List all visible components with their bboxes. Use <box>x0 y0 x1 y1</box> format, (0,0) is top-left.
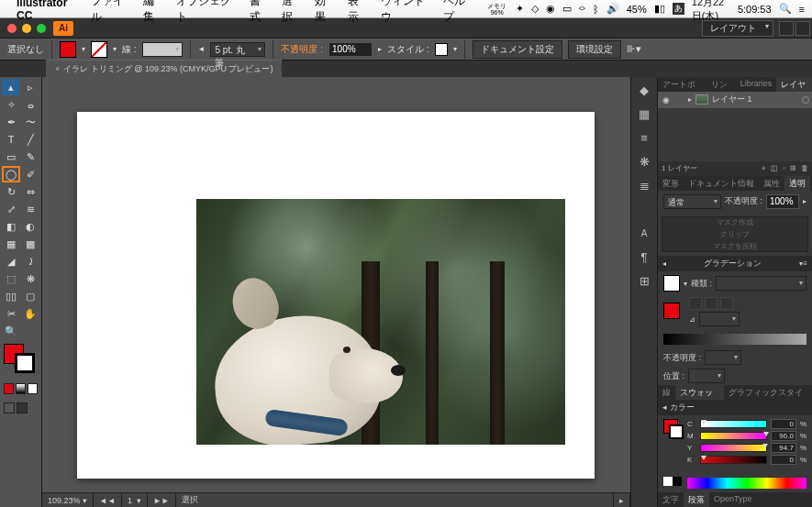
stroke-grad-across-icon[interactable] <box>720 297 733 310</box>
rectangle-tool[interactable]: ▭ <box>2 149 20 165</box>
yellow-slider[interactable] <box>700 444 767 452</box>
width-tool[interactable]: ≋ <box>21 201 39 217</box>
paintbrush-tool[interactable]: ✎ <box>21 149 39 165</box>
transparency-opacity-input[interactable] <box>766 194 799 209</box>
app-name[interactable]: Illustrator CC <box>17 0 80 22</box>
blend-tool[interactable]: ⬚ <box>2 270 20 287</box>
tab-libraries[interactable]: Libraries <box>736 77 777 92</box>
opacity-input[interactable] <box>328 42 373 57</box>
stroke-swatch[interactable] <box>91 41 107 58</box>
magic-wand-tool[interactable]: ✧ <box>2 96 20 113</box>
scale-tool[interactable]: ⤢ <box>2 201 20 217</box>
mesh-tool[interactable]: ▩ <box>21 236 39 252</box>
brush-dd[interactable]: 5 pt. 丸筆 <box>210 42 265 57</box>
delete-layer-icon[interactable]: 🗑 <box>801 164 808 173</box>
make-clipping-icon[interactable]: ◫ <box>771 164 778 173</box>
ime-icon[interactable]: あ <box>673 3 684 15</box>
stroke-proxy-icon[interactable] <box>669 424 684 439</box>
dock-paragraph-icon[interactable]: ¶ <box>635 248 653 266</box>
visibility-icon[interactable]: ◉ <box>661 94 672 105</box>
dock-align-icon[interactable]: ⊞ <box>635 271 653 290</box>
none-mode-icon[interactable] <box>28 383 38 394</box>
tab-attributes[interactable]: 属性 <box>759 176 784 191</box>
spotlight-icon[interactable]: 🔍 <box>779 3 792 15</box>
yellow-value[interactable]: 94.7 <box>771 443 796 453</box>
make-mask-button[interactable]: マスク作成 <box>717 217 753 227</box>
wifi-icon[interactable]: ⌔ <box>579 4 585 15</box>
close-tab-icon[interactable]: × <box>55 64 60 73</box>
dock-color-icon[interactable]: ◆ <box>635 81 653 99</box>
tab-artboards[interactable]: アートボード <box>658 77 706 92</box>
status-menu-icon[interactable]: ▸ <box>614 493 630 507</box>
target-icon[interactable] <box>802 96 809 104</box>
rotate-tool[interactable]: ↻ <box>2 183 20 200</box>
battery-icon[interactable]: ▮▯ <box>654 3 665 15</box>
workspace-switcher[interactable]: レイアウト <box>702 20 773 37</box>
nav-next-icon[interactable]: ►► <box>148 493 176 507</box>
tab-graphic-styles[interactable]: グラフィックスタイル <box>724 385 812 400</box>
volume-icon[interactable]: 🔊 <box>606 3 619 15</box>
cyan-value[interactable]: 0 <box>771 419 796 429</box>
black-swatch-icon[interactable] <box>673 477 682 486</box>
tab-character[interactable]: 文字 <box>658 492 684 507</box>
menu-view[interactable]: 表示 <box>348 0 368 25</box>
eyedropper-tool[interactable]: ⤸ <box>21 253 39 270</box>
tab-stroke[interactable]: 線 <box>658 385 675 400</box>
artboard[interactable] <box>77 112 595 479</box>
layer-row[interactable]: ◉ ▸ レイヤー 1 <box>658 92 812 108</box>
dock-stroke-icon[interactable]: ≣ <box>635 176 653 194</box>
color-spectrum[interactable] <box>687 478 806 489</box>
canvas[interactable]: 109.23% ▾ ◄◄ 1 ▾ ►► 選択 ▸ <box>42 77 630 507</box>
reflect-tool[interactable]: ⇔ <box>21 183 39 200</box>
symbol-sprayer-tool[interactable]: ❋ <box>21 270 39 287</box>
bluetooth-icon[interactable]: ᛒ <box>593 4 599 15</box>
ellipse-tool[interactable]: ◯ <box>2 166 20 182</box>
panel-menu-icon[interactable]: ▾≡ <box>799 259 807 268</box>
menu-object[interactable]: オブジェクト <box>176 0 236 25</box>
selection-tool[interactable]: ▴ <box>2 79 20 95</box>
tab-transform[interactable]: 変形 <box>658 176 684 191</box>
gradient-stop-opacity[interactable] <box>705 350 741 365</box>
gradient-tool[interactable]: ◢ <box>2 253 20 270</box>
document-tab[interactable]: ×イラレ トリミング @ 109.23% (CMYK/GPU プレビュー) <box>46 60 282 77</box>
menu-type[interactable]: 書式 <box>250 0 270 25</box>
gradient-mode-icon[interactable] <box>16 383 26 394</box>
placed-image[interactable] <box>196 199 565 445</box>
tab-paragraph[interactable]: 段落 <box>684 492 709 507</box>
gradient-swatch[interactable] <box>663 275 680 292</box>
white-swatch-icon[interactable] <box>663 477 673 486</box>
black-value[interactable]: 0 <box>771 455 796 465</box>
dock-brushes-icon[interactable]: ≡ <box>635 128 653 147</box>
fill-swatch[interactable] <box>60 41 76 58</box>
type-tool[interactable]: T <box>2 131 20 148</box>
new-sublayer-icon[interactable]: ▫ <box>783 164 785 173</box>
cyan-slider[interactable] <box>700 420 767 428</box>
direct-selection-tool[interactable]: ▹ <box>21 79 39 95</box>
minimize-window-button[interactable] <box>22 24 31 33</box>
pencil-tool[interactable]: ✐ <box>21 166 39 182</box>
stroke-grad-along-icon[interactable] <box>705 297 717 310</box>
stroke-weight-dd[interactable] <box>142 42 183 57</box>
tab-docinfo[interactable]: ドキュメント情報 <box>684 176 759 191</box>
pen-tool[interactable]: ✒ <box>2 114 20 130</box>
dock-swatches-icon[interactable]: ▦ <box>635 105 653 123</box>
normal-screen-icon[interactable] <box>4 402 15 413</box>
close-window-button[interactable] <box>7 24 17 33</box>
perspective-tool[interactable]: ▦ <box>2 236 20 252</box>
fill-stroke-indicator[interactable] <box>2 344 39 377</box>
free-transform-tool[interactable]: ◧ <box>2 218 20 235</box>
artboard-tool[interactable]: ▢ <box>21 288 39 304</box>
tab-layers[interactable]: レイヤー <box>776 77 812 92</box>
tab-swatches[interactable]: スウォッチ <box>675 385 724 400</box>
graphic-style-swatch[interactable] <box>435 43 448 56</box>
column-graph-tool[interactable]: ▯▯ <box>2 288 20 304</box>
notification-icon[interactable]: ≡ <box>799 4 805 15</box>
blend-mode-dd[interactable]: 通常 <box>663 194 721 209</box>
disclosure-icon[interactable]: ▸ <box>688 95 692 104</box>
gradient-ramp[interactable] <box>663 334 806 345</box>
menu-edit[interactable]: 編集 <box>143 0 163 25</box>
dropbox-icon[interactable]: ◇ <box>531 3 539 15</box>
hand-tool[interactable]: ✋ <box>21 305 39 322</box>
preferences-button[interactable]: 環境設定 <box>568 40 621 59</box>
black-slider[interactable] <box>700 456 767 464</box>
